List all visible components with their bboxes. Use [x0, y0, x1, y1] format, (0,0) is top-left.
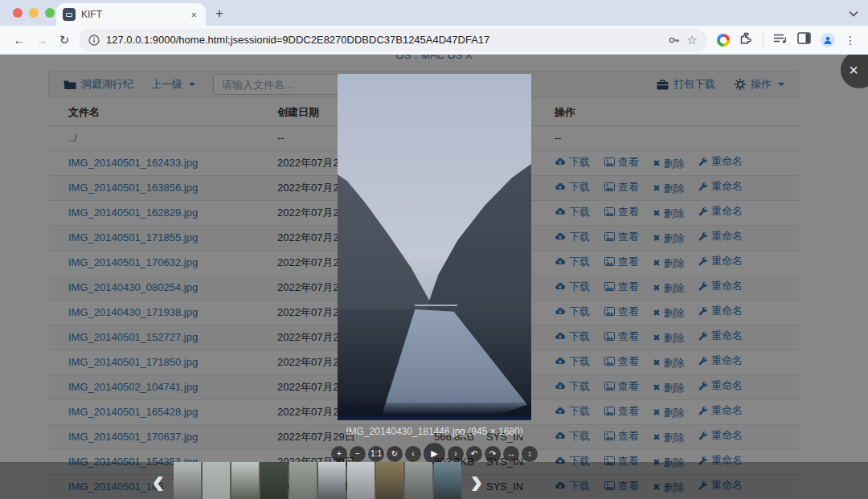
thumbnail-3[interactable] [231, 462, 259, 499]
thumbnails-next-button[interactable]: › [463, 462, 490, 499]
photo-bridge [415, 305, 457, 306]
new-tab-button[interactable]: + [215, 6, 223, 22]
forward-button: → [31, 33, 53, 47]
thumbnails-prev-button[interactable]: ‹ [145, 462, 172, 499]
media-controls-icon[interactable] [773, 33, 788, 47]
flip-horizontal-button[interactable]: ↔ [503, 446, 519, 462]
rotate-right-button[interactable]: ↷ [485, 446, 501, 462]
zoom-in-button[interactable]: + [331, 446, 347, 462]
extension-logo-icon[interactable] [717, 34, 730, 47]
reset-button[interactable]: ↻ [387, 446, 403, 462]
thumbnail-strip: ‹ › [145, 462, 490, 499]
thumbnail-4[interactable] [260, 462, 288, 499]
traffic-lights [13, 8, 55, 18]
password-key-icon[interactable] [668, 34, 681, 47]
page-viewport: OS：MAC OS X 洞庭湖行纪 上一级 打包下载 操作 [0, 55, 868, 499]
thumbnail-list [174, 462, 461, 499]
toolbar-separator [763, 33, 764, 47]
minimize-window-button[interactable] [29, 8, 39, 18]
kift-favicon-icon [63, 8, 76, 21]
toolbar-right: ⋮ [717, 31, 856, 48]
thumbnail-6[interactable] [318, 462, 346, 499]
tab-search-icon[interactable] [849, 6, 858, 20]
next-button[interactable]: › [448, 446, 464, 462]
site-info-icon[interactable] [88, 35, 100, 46]
prev-button[interactable]: ‹ [405, 446, 421, 462]
tab-kift[interactable]: KIFT × [56, 3, 206, 26]
one-to-one-button[interactable]: 1:1 [368, 446, 384, 462]
photo-water-bottom [338, 403, 531, 420]
address-bar[interactable]: 127.0.0.1:9000/home.html;jsessionid=9DDC… [79, 29, 707, 51]
lightbox-caption: IMG_20140430_181446.jpg (945 × 1680) [338, 426, 531, 437]
profile-avatar[interactable] [821, 33, 835, 47]
extensions-puzzle-icon[interactable] [739, 31, 753, 48]
preview-photo[interactable] [338, 74, 531, 420]
close-window-button[interactable] [13, 8, 23, 18]
viewer-toolbar: +−1:1↻‹▶›↶↷↔↕ [338, 443, 531, 464]
zoom-window-button[interactable] [45, 8, 55, 18]
tab-close-icon[interactable]: × [188, 9, 199, 21]
side-panel-icon[interactable] [797, 32, 811, 47]
browser-toolbar: ← → ↻ 127.0.0.1:9000/home.html;jsessioni… [0, 26, 868, 55]
play-button[interactable]: ▶ [424, 443, 445, 464]
flip-vertical-button[interactable]: ↕ [522, 446, 538, 462]
zoom-out-button[interactable]: − [350, 446, 366, 462]
browser-window: KIFT × + ← → ↻ 127.0.0.1:9000/home.html;… [0, 0, 868, 499]
reload-button[interactable]: ↻ [53, 33, 76, 47]
url-text[interactable]: 127.0.0.1:9000/home.html;jsessionid=9DDC… [106, 34, 661, 46]
thumbnail-10[interactable] [434, 462, 461, 499]
back-button[interactable]: ← [8, 33, 31, 47]
thumbnail-5[interactable] [289, 462, 317, 499]
thumbnail-2[interactable] [203, 462, 230, 499]
thumbnail-7[interactable] [347, 462, 375, 499]
thumbnail-8[interactable] [376, 462, 403, 499]
bookmark-star-icon[interactable]: ☆ [687, 33, 698, 47]
thumbnail-1[interactable] [174, 462, 201, 499]
thumbnail-9[interactable] [405, 462, 432, 499]
tab-strip: KIFT × + [0, 0, 868, 26]
tab-title: KIFT [81, 9, 182, 20]
chrome-menu-icon[interactable]: ⋮ [845, 34, 856, 47]
